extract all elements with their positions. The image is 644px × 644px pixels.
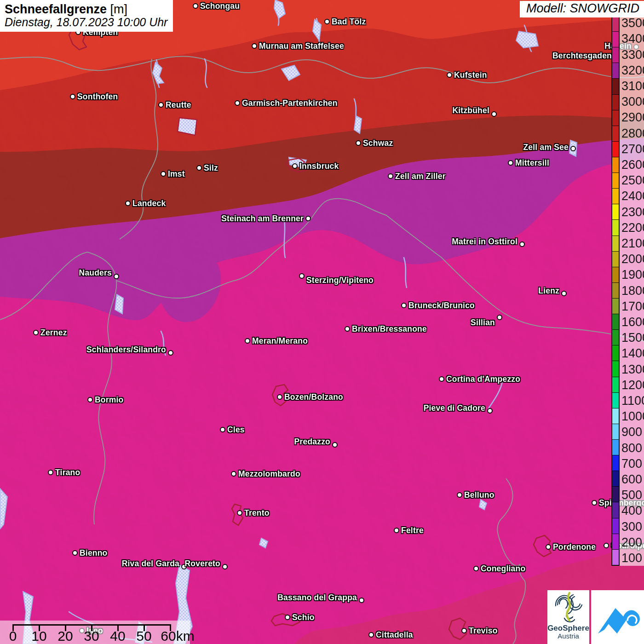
map-title: Schneefallgrenze [m]: [5, 2, 167, 16]
colorbar-band-2400: [612, 189, 619, 204]
city-dot: [305, 216, 311, 221]
colorbar-band-1400: [612, 345, 619, 361]
city-label: Schlanders/Silandro: [86, 345, 166, 355]
city-label: Riva del Garda: [122, 558, 179, 569]
city-label: Bad Tölz: [332, 17, 366, 27]
city-dot: [222, 564, 228, 569]
colorbar-band-2800: [612, 126, 619, 142]
colorbar-tick-1200: 1200: [621, 378, 644, 392]
map-datetime: Dienstag, 18.07.2023 10:00 Uhr: [5, 16, 167, 29]
colorbar-band-3000: [612, 95, 619, 110]
city-label: Conegliano: [481, 564, 525, 574]
city-dot: [193, 3, 198, 9]
city-dot: [168, 350, 173, 356]
city-label: Sterzing/Vipiteno: [306, 275, 374, 285]
city-dot: [70, 94, 75, 99]
city-label: Brixen/Bressanone: [352, 324, 427, 334]
colorbar-tick-3500: 3500: [621, 16, 644, 30]
colorbar-tick-1300: 1300: [621, 362, 644, 376]
city-label: Predazzo: [294, 437, 330, 447]
colorbar-tick-3300: 3300: [621, 48, 644, 62]
colorbar-tick-800: 800: [621, 441, 644, 455]
city-dot: [368, 632, 374, 638]
geosphere-swirl-icon: [548, 590, 589, 623]
colorbar-tick-2100: 2100: [621, 236, 644, 250]
colorbar-band-600: [612, 471, 619, 487]
colorbar-band-1300: [612, 361, 619, 377]
colorbar-band-3200: [612, 63, 619, 79]
city-label: Lienz: [538, 286, 559, 296]
city-dot: [394, 528, 399, 533]
colorbar-tick-2700: 2700: [621, 142, 644, 156]
colorbar-tick-900: 900: [621, 425, 644, 439]
colorbar-band-1600: [612, 314, 619, 330]
city-dot: [461, 628, 467, 633]
city-dot: [508, 160, 513, 166]
colorbar-band-500: [612, 487, 619, 502]
city-dot: [473, 566, 479, 571]
city-label: Matrei in Osttirol: [452, 236, 518, 247]
scale-label-60km: 60km: [150, 628, 205, 644]
city-dot: [487, 408, 493, 414]
colorbar-tick-1800: 1800: [621, 284, 644, 298]
colorbar-band-1100: [612, 393, 619, 408]
colorbar-tick-1500: 1500: [621, 331, 644, 345]
city-dot: [277, 394, 282, 400]
colorbar-tick-1100: 1100: [621, 394, 644, 408]
city-label: Zell am Ziller: [395, 171, 446, 181]
city-dot: [292, 163, 298, 169]
geosphere-logo-name: GeoSphere: [547, 624, 589, 632]
city-label: Steinach am Brenner: [221, 213, 304, 224]
title-unit: [m]: [110, 2, 128, 16]
colorbar-tick-600: 600: [621, 472, 644, 486]
city-dot: [491, 111, 497, 117]
colorbar-band-2200: [612, 220, 619, 236]
colorbar-tick-2000: 2000: [621, 252, 644, 266]
city-dot: [447, 72, 452, 78]
city-dot: [245, 338, 250, 344]
colorbar-tick-1700: 1700: [621, 299, 644, 313]
avalanche-report-logo-box: [591, 590, 644, 644]
city-dot: [401, 303, 407, 308]
city-label: Bruneck/Brunico: [408, 300, 475, 310]
city-label: Pordenone: [553, 542, 596, 552]
city-label: Schongau: [200, 1, 240, 11]
colorbar-band-1700: [612, 299, 619, 314]
city-dot: [345, 326, 350, 332]
city-dot: [231, 471, 236, 477]
colorbar-tick-700: 700: [621, 457, 644, 471]
title-text: Schneefallgrenze: [5, 2, 107, 16]
avalanche-mountain-icon: [591, 590, 644, 644]
colorbar-band-1500: [612, 330, 619, 345]
city-label: Innsbruck: [299, 161, 339, 171]
city-label: Mittersill: [515, 158, 549, 168]
colorbar-tick-2500: 2500: [621, 173, 644, 187]
city-dot: [546, 544, 551, 550]
city-dot: [48, 470, 53, 475]
city-dot: [388, 173, 393, 179]
colorbar-band-1200: [612, 377, 619, 393]
snowfall-limit-map: SchongauBad TölzKemptenMurnau am Staffel…: [0, 0, 644, 644]
colorbar-tick-2200: 2200: [621, 221, 644, 235]
city-label: Meran/Merano: [252, 336, 308, 346]
city-dot: [570, 146, 576, 151]
colorbar-tick-1600: 1600: [621, 315, 644, 329]
city-label: Nauders: [79, 268, 112, 278]
city-dot: [87, 397, 93, 402]
city-dot: [299, 273, 305, 279]
colorbar: [611, 15, 620, 566]
colorbar-band-2600: [612, 157, 619, 173]
colorbar-tick-3100: 3100: [621, 79, 644, 93]
colorbar-tick-300: 300: [621, 520, 644, 534]
colorbar-band-3100: [612, 79, 619, 94]
colorbar-tick-100: 100: [621, 551, 644, 565]
city-label: Kitzbühel: [452, 105, 489, 115]
city-label: Treviso: [469, 626, 498, 636]
city-dot: [237, 510, 242, 516]
colorbar-tick-2300: 2300: [621, 205, 644, 219]
colorbar-band-2900: [612, 110, 619, 126]
city-dot: [285, 615, 290, 620]
city-label: Garmisch-Partenkirchen: [242, 98, 338, 108]
city-dot: [457, 492, 462, 498]
city-label: Bassano del Grappa: [277, 592, 357, 603]
